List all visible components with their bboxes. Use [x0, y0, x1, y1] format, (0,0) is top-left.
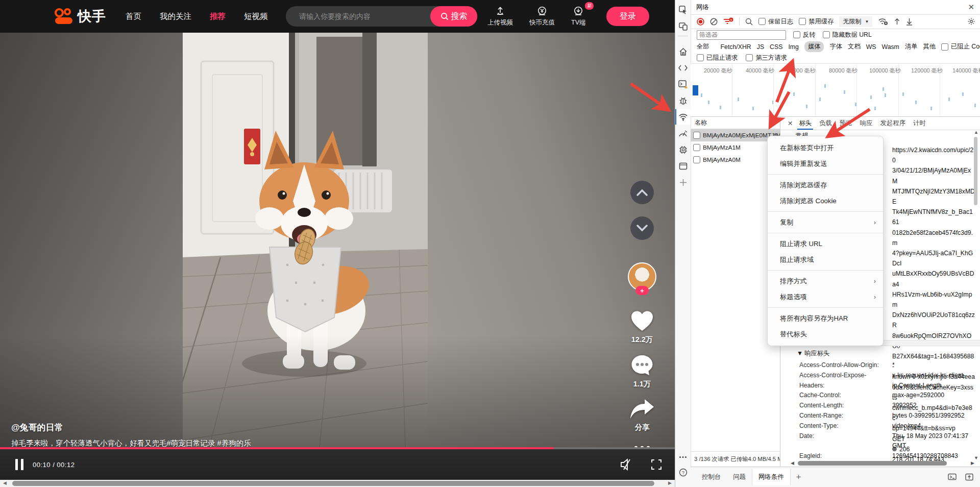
filter-ws[interactable]: WS — [866, 43, 876, 51]
hide-data-urls-checkbox[interactable]: 隐藏数据 URL — [823, 31, 872, 39]
login-button[interactable]: 登录 — [606, 7, 649, 26]
filter-media[interactable]: 媒体 — [804, 41, 824, 52]
expand-drawer-icon[interactable] — [965, 473, 973, 481]
comment-button[interactable] — [630, 354, 654, 377]
disable-cache-checkbox[interactable]: 禁用缓存 — [799, 17, 834, 26]
mute-icon[interactable] — [620, 458, 633, 471]
filter-img[interactable]: Img — [788, 43, 799, 51]
application-icon[interactable] — [675, 158, 691, 174]
menu-edit-and-resend[interactable]: 编辑并重新发送 — [768, 156, 883, 172]
search-network-button[interactable] — [745, 18, 753, 26]
coin-recharge-button[interactable]: 快币充值 — [529, 6, 555, 27]
preserve-log-checkbox[interactable]: 保留日志 — [758, 17, 793, 26]
tab-response[interactable]: 响应 — [859, 117, 874, 130]
menu-copy[interactable]: 复制› — [768, 214, 883, 230]
settings-gear-icon[interactable] — [967, 17, 975, 26]
request-row[interactable]: BMjAyMzA0M — [691, 154, 780, 166]
close-devtools-icon[interactable]: ✕ — [968, 3, 974, 12]
filter-css[interactable]: CSS — [770, 43, 782, 51]
menu-clear-browser-cache[interactable]: 清除浏览器缓存 — [768, 177, 883, 193]
performance-icon[interactable] — [675, 126, 691, 141]
menu-sort-by[interactable]: 排序方式› — [768, 273, 883, 289]
elements-icon[interactable] — [675, 60, 691, 76]
menu-block-request-domain[interactable]: 阻止请求域 — [768, 252, 883, 267]
network-conditions-icon[interactable] — [878, 17, 888, 26]
memory-icon[interactable] — [675, 142, 691, 157]
filter-button[interactable]: 9 — [723, 17, 733, 26]
video-author[interactable]: @兔哥的日常 — [11, 422, 251, 433]
blocked-cookies-checkbox[interactable]: 已阻止 Cookie — [941, 42, 980, 51]
add-drawer-tab-icon[interactable]: ＋ — [795, 472, 803, 482]
scroll-right-arrow[interactable]: ▶ — [971, 460, 974, 466]
tab-payload[interactable]: 负载 — [818, 117, 834, 130]
menu-block-request-url[interactable]: 阻止请求 URL — [768, 236, 883, 252]
tab-initiator[interactable]: 发起程序 — [879, 117, 908, 130]
record-network-log-button[interactable] — [697, 18, 704, 26]
filter-js[interactable]: JS — [757, 43, 764, 51]
search-button[interactable]: 搜索 — [430, 6, 477, 27]
page-horizontal-scrollbar[interactable]: ◀ ▶ — [0, 480, 675, 487]
scroll-down-arrow[interactable]: ▼ — [974, 455, 978, 460]
detail-vertical-scrollbar[interactable]: ▲ ▼ — [973, 131, 978, 460]
request-row[interactable]: BMjAyMzA1M — [691, 141, 780, 154]
fullscreen-icon[interactable] — [650, 458, 663, 471]
filter-doc[interactable]: 文档 — [848, 42, 861, 51]
scroll-left-arrow[interactable]: ◀ — [3, 480, 7, 485]
clear-network-log-button[interactable] — [710, 18, 718, 26]
search-input[interactable] — [298, 12, 423, 21]
request-checkbox[interactable] — [693, 132, 700, 139]
previous-video-button[interactable] — [630, 181, 654, 204]
nav-item-following[interactable]: 我的关注 — [160, 11, 191, 22]
inspect-element-icon[interactable] — [675, 2, 691, 17]
scroll-left-arrow[interactable]: ◀ — [791, 460, 794, 466]
export-har-icon[interactable] — [906, 18, 913, 26]
like-button[interactable] — [629, 309, 655, 333]
menu-save-all-as-har[interactable]: 将所有内容另存为HAR — [768, 310, 883, 326]
device-emulation-icon[interactable] — [675, 18, 691, 34]
debugger-icon[interactable] — [675, 93, 691, 108]
tv-mode-button[interactable]: TV端 新 — [571, 6, 585, 27]
video-player[interactable]: @兔哥的日常 掉毛季来啦，穿个轻薄透气小背心，好看又兜毛#萌宠日常记录 #养狗的… — [0, 33, 675, 447]
upload-video-button[interactable]: 上传视频 — [487, 6, 513, 27]
menu-clear-browser-cookies[interactable]: 清除浏览器 Cookie — [768, 193, 883, 209]
scrollbar-thumb[interactable] — [974, 137, 977, 205]
help-icon[interactable]: ? — [675, 465, 691, 480]
tab-headers[interactable]: 标头 — [797, 117, 813, 130]
add-panel-icon[interactable] — [675, 175, 691, 190]
nav-item-shortvideo[interactable]: 短视频 — [244, 11, 268, 22]
tab-preview[interactable]: 预览 — [838, 117, 854, 130]
network-overview-timeline[interactable]: 20000 毫秒 40000 毫秒 60000 毫秒 80000 毫秒 1000… — [691, 64, 980, 117]
tab-timing[interactable]: 计时 — [912, 117, 927, 130]
throttling-dropdown[interactable]: 无限制▼ — [839, 16, 872, 27]
network-icon[interactable] — [675, 109, 691, 125]
drawer-tab-issues[interactable]: 问题 — [727, 469, 752, 485]
request-checkbox[interactable] — [693, 144, 700, 151]
request-row-selected[interactable]: BMjAyMzA0MjExMjE0MTJfMT — [691, 129, 780, 141]
drawer-tab-network-conditions[interactable]: 网络条件 — [752, 469, 791, 485]
scroll-up-arrow[interactable]: ▲ — [974, 130, 978, 135]
pause-button[interactable] — [15, 459, 23, 470]
filter-all[interactable]: 全部 — [697, 42, 709, 51]
blocked-requests-checkbox[interactable]: 已阻止请求 — [697, 54, 738, 62]
scroll-right-arrow[interactable]: ▶ — [668, 480, 672, 485]
scrollbar-thumb[interactable] — [12, 481, 654, 486]
nav-item-home[interactable]: 首页 — [126, 11, 141, 22]
kuaishou-logo[interactable]: 快手 — [53, 7, 106, 26]
filter-font[interactable]: 字体 — [829, 42, 842, 51]
menu-open-in-new-tab[interactable]: 在新标签页中打开 — [768, 140, 883, 156]
network-filter-input[interactable] — [697, 30, 786, 40]
menu-override-headers[interactable]: 替代标头 — [768, 326, 883, 342]
close-detail-icon[interactable]: ✕ — [788, 119, 793, 127]
filter-other[interactable]: 其他 — [923, 42, 936, 51]
share-button[interactable] — [629, 398, 655, 421]
console-icon[interactable] — [675, 77, 691, 92]
invert-filter-checkbox[interactable]: 反转 — [793, 31, 816, 39]
more-tools-icon[interactable] — [675, 449, 691, 465]
welcome-home-icon[interactable] — [675, 44, 691, 59]
drawer-tab-console[interactable]: 控制台 — [696, 469, 727, 485]
drawer-console-icon[interactable] — [948, 473, 957, 481]
scrollbar-thumb[interactable] — [798, 461, 947, 466]
response-headers-section-title[interactable]: ▼ 响应标头 — [797, 349, 829, 358]
filter-wasm[interactable]: Wasm — [881, 43, 899, 51]
next-video-button[interactable] — [630, 216, 654, 240]
